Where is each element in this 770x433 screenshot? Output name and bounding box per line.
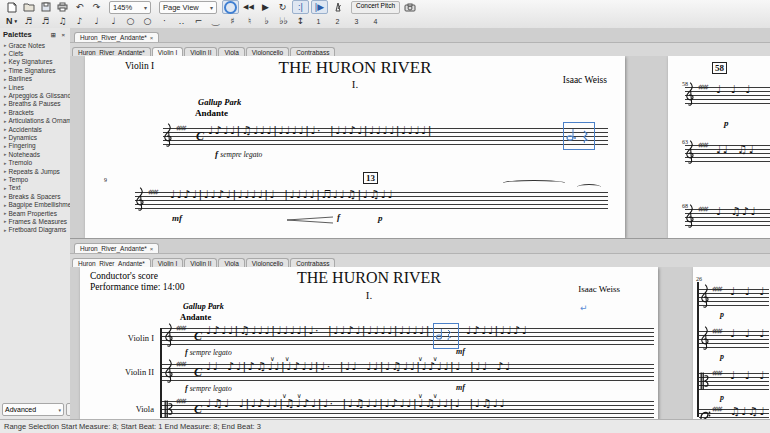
notes-p2-1[interactable]: ♩ ♩ ♩: [716, 81, 752, 98]
close-icon[interactable]: ×: [150, 35, 154, 41]
dynamic-mf[interactable]: mf: [456, 383, 465, 392]
composer[interactable]: Isaac Weiss: [578, 284, 620, 294]
time-signature[interactable]: C: [194, 366, 202, 378]
notes-violin-1-tail[interactable]: ♩♪♩♩|♩♩♪♩: [466, 322, 528, 339]
system-break-icon[interactable]: ↵: [580, 303, 588, 313]
concert-pitch-button[interactable]: Concert Pitch: [351, 1, 400, 14]
key-signature[interactable]: ♯♯♯♯: [712, 369, 721, 378]
rehearsal-mark-58[interactable]: 58: [712, 62, 727, 74]
tempo-text[interactable]: Andante: [195, 108, 228, 118]
flat-icon[interactable]: ♭: [259, 15, 274, 27]
score-page-1[interactable]: Conductor's score Performance time: 14:0…: [80, 267, 658, 420]
image-capture-icon[interactable]: [402, 1, 417, 13]
rehearsal-mark-13[interactable]: 13: [363, 172, 378, 184]
undo-icon[interactable]: ↶: [72, 1, 87, 13]
notes-violin-2[interactable]: ♩♩ ♪♩|♪♫♩♩|♩♪♩♩|♩· |♩♩ ♩♩|♩♫♩♩|♩♪♩♩|♩ |♩…: [206, 358, 512, 375]
dynamic-f[interactable]: f: [337, 212, 340, 222]
treble-clef-icon[interactable]: [134, 186, 144, 213]
palette-item-fretboard[interactable]: ▸Fretboard Diagrams: [0, 226, 70, 234]
duration-whole-icon[interactable]: ○: [123, 15, 138, 27]
key-signature[interactable]: ♯♯♯♯: [176, 324, 185, 333]
treble-clef-icon[interactable]: [684, 203, 694, 230]
rewind-icon[interactable]: ◀◀: [241, 1, 256, 13]
instrument-label-violin-1[interactable]: Violin I: [92, 333, 154, 343]
treble-clef-icon[interactable]: [684, 139, 694, 166]
dynamic-f-legato[interactable]: f sempre legato: [215, 149, 262, 159]
dynamic-p[interactable]: p: [720, 352, 724, 361]
up-bow-marks[interactable]: ∨ ∨: [418, 392, 442, 400]
palette-item-text[interactable]: ▸Text: [0, 184, 70, 192]
voice-4-button[interactable]: 4: [367, 14, 384, 28]
slur[interactable]: [503, 180, 565, 186]
up-bow-marks[interactable]: ∨ ∨: [270, 355, 294, 363]
voice-3-button[interactable]: 3: [348, 14, 365, 28]
part-page-1[interactable]: Violin I THE HURON RIVER I. Isaac Weiss …: [85, 56, 625, 238]
palette-item-lines[interactable]: ▸Lines: [0, 83, 70, 91]
notes-system-1[interactable]: ♩♪♩♩|♫♩♩♩|♩♩♩♩|♩· |♩♩♪♩|♩♩♩♩|♩♩♩♩|: [208, 122, 433, 139]
dynamic-p[interactable]: p: [720, 310, 724, 319]
voice-1-button[interactable]: 1: [310, 14, 327, 28]
dynamic-p[interactable]: p: [720, 393, 724, 402]
zoom-select[interactable]: 145% ▾: [109, 1, 151, 14]
time-signature[interactable]: C: [194, 330, 202, 342]
flip-direction-icon[interactable]: ↕: [293, 15, 308, 27]
treble-clef-icon[interactable]: [163, 322, 173, 349]
treble-clef-icon[interactable]: [162, 122, 172, 149]
notes-p2-viola[interactable]: ♩ ♩ ♩: [730, 367, 766, 384]
midi-input-icon[interactable]: [222, 0, 239, 14]
redo-icon[interactable]: ↷: [89, 1, 104, 13]
augmentation-dot-icon[interactable]: ·: [157, 15, 172, 27]
palette-item-breaths[interactable]: ▸Breaths & Pauses: [0, 100, 70, 108]
note-input-button[interactable]: N ▾: [4, 15, 19, 27]
selection-box[interactable]: [433, 323, 459, 349]
tempo-place-text[interactable]: Gallup Park: [183, 302, 224, 311]
key-signature[interactable]: ♯♯♯♯: [176, 397, 185, 406]
palette-item-beam-properties[interactable]: ▸Beam Properties: [0, 209, 70, 217]
palette-item-tempo[interactable]: ▸Tempo: [0, 175, 70, 183]
palette-item-key-signatures[interactable]: ▸Key Signatures: [0, 58, 70, 66]
play-icon[interactable]: ▶: [258, 1, 273, 13]
key-signature[interactable]: ♯♯♯♯: [148, 188, 157, 197]
notes-viola[interactable]: ♩♫♩ ♩|♩♪♩♩|♫♩♪♩|♩· |♩♫♩♩|♩♪♩♩|♩♫♩♩|♩ |♩♫…: [206, 395, 506, 412]
print-icon[interactable]: [55, 1, 70, 13]
treble-clef-icon[interactable]: [699, 283, 709, 310]
close-icon[interactable]: ×: [150, 246, 154, 252]
palette-header-icons[interactable]: ⊞ ×: [51, 31, 67, 38]
view-mode-select[interactable]: Page View ▾: [159, 1, 217, 14]
notes-p2-violin-2[interactable]: ♩ ♩ ♩: [730, 325, 766, 342]
notes-p2-violoncello[interactable]: ♫♩♫♩: [730, 403, 766, 420]
palette-item-arpeggios[interactable]: ▸Arpeggios & Glissandos: [0, 91, 70, 99]
palette-item-breaks[interactable]: ▸Breaks & Spacers: [0, 192, 70, 200]
palette-item-articulations[interactable]: ▸Articulations & Ornaments: [0, 117, 70, 125]
double-dot-icon[interactable]: ‥: [174, 15, 189, 27]
palette-item-time-signatures[interactable]: ▸Time Signatures: [0, 66, 70, 74]
time-signature[interactable]: C: [194, 403, 202, 415]
instrument-label-viola[interactable]: Viola: [92, 404, 154, 414]
palette-item-frames[interactable]: ▸Frames & Measures: [0, 217, 70, 225]
play-repeats-icon[interactable]: :|: [292, 0, 309, 14]
duration-32nd-icon[interactable]: ♬: [38, 15, 53, 27]
bottom-document-tab[interactable]: Huron_River_Andante* ×: [74, 243, 159, 253]
score-title[interactable]: THE HURON RIVER: [80, 269, 658, 287]
duration-8th-icon[interactable]: ♪: [72, 15, 87, 27]
alto-clef-icon[interactable]: [700, 372, 710, 390]
tie-icon[interactable]: ‿: [208, 15, 223, 27]
sharp-icon[interactable]: ♯: [225, 15, 240, 27]
natural-icon[interactable]: ♮: [242, 15, 257, 27]
movement-number[interactable]: I.: [85, 78, 625, 90]
notes-p2-3[interactable]: ♩ ♫♪♩: [716, 203, 757, 220]
key-signature[interactable]: ♯♯♯♯: [698, 83, 707, 92]
palette-item-dynamics[interactable]: ▸Dynamics: [0, 133, 70, 141]
voice-2-button[interactable]: 2: [329, 14, 346, 28]
time-signature[interactable]: C: [196, 130, 204, 142]
palette-item-bagpipe[interactable]: ▸Bagpipe Embellishments: [0, 200, 70, 208]
key-signature[interactable]: ♯♯♯♯: [712, 405, 721, 414]
double-flat-icon[interactable]: ♭♭: [276, 15, 291, 27]
palette-item-brackets[interactable]: ▸Brackets: [0, 108, 70, 116]
treble-clef-icon[interactable]: [684, 81, 694, 108]
key-signature[interactable]: ♯♯♯♯: [176, 360, 185, 369]
notes-p2-2[interactable]: ♩♩ ♫♩: [716, 141, 755, 158]
instrument-label-violin-2[interactable]: Violin II: [92, 367, 154, 377]
key-signature[interactable]: ♯♯♯♯: [698, 205, 707, 214]
palette-item-barlines[interactable]: ▸Barlines: [0, 75, 70, 83]
